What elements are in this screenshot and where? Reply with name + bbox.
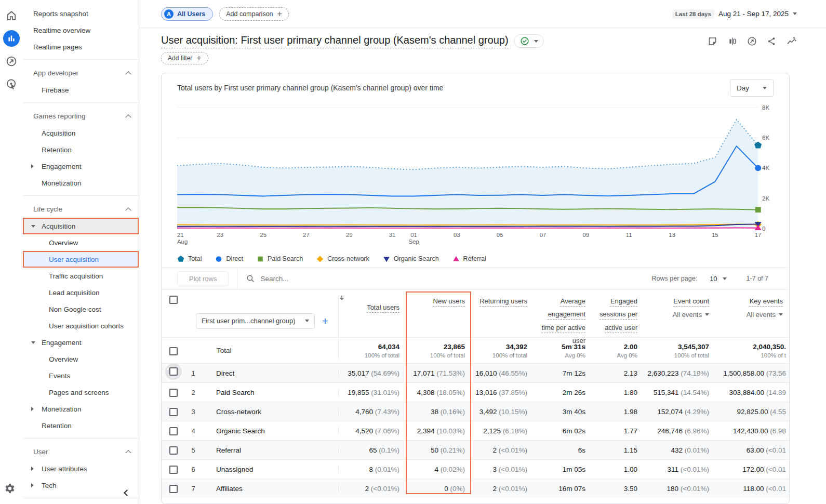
sidebar-item-user-acquisition[interactable]: User acquisition — [23, 251, 139, 268]
legend-square-icon — [257, 255, 264, 262]
chevron-down-icon — [534, 40, 538, 43]
svg-text:05: 05 — [497, 232, 503, 238]
search-input[interactable] — [260, 275, 416, 283]
sidebar-item-user-attributes[interactable]: User attributes — [23, 460, 139, 477]
sidebar-item-lead-acquisition[interactable]: Lead acquisition — [23, 284, 139, 301]
legend-item-paid-search[interactable]: Paid Search — [257, 255, 303, 262]
sidebar-item-traffic-acquisition[interactable]: Traffic acquisition — [23, 268, 139, 284]
explore-icon[interactable] — [3, 53, 20, 70]
column-header-average-engagement-time-per-active-user[interactable]: Average engagement time per active user — [534, 295, 592, 347]
sidebar-item-reports-snapshot[interactable]: Reports snapshot — [23, 5, 139, 22]
row-checkbox[interactable] — [169, 466, 178, 474]
table-row-cross-network[interactable]: 3Cross-network4,760 (7.43%)38 (0.16%)3,4… — [162, 402, 789, 421]
sidebar-item-firebase[interactable]: Firebase — [23, 82, 139, 98]
column-header-key-events[interactable]: Key eventsAll events — [715, 295, 789, 347]
sidebar-item-user-acquisition-cohorts[interactable]: User acquisition cohorts — [23, 317, 139, 334]
sidebar-item-monetization[interactable]: Monetization — [23, 175, 139, 191]
legend-item-cross-network[interactable]: Cross-network — [316, 255, 369, 262]
advertising-icon[interactable] — [3, 76, 20, 92]
notes-icon[interactable] — [707, 36, 718, 47]
sidebar-item-retention[interactable]: Retention — [23, 417, 139, 434]
metric-cell: 1.80 — [592, 389, 644, 396]
column-header-event-count[interactable]: Event countAll events — [644, 295, 715, 347]
rows-per-page-select[interactable]: 10 — [710, 275, 717, 283]
sidebar-item-engagement[interactable]: Engagement — [23, 158, 139, 175]
sidebar-section-life-cycle[interactable]: Life cycle — [23, 200, 139, 218]
insights-icon[interactable] — [786, 36, 797, 47]
report-table: First user prim...channel group)+Total u… — [162, 289, 789, 498]
table-row-organic-search[interactable]: 4Organic Search4,520 (7.06%)2,394 (10.03… — [162, 421, 789, 440]
metric-cell: 1.15 — [592, 446, 644, 454]
column-header-engaged-sessions-per-active-user[interactable]: Engaged sessions per active user — [592, 295, 644, 347]
report-card: Total users by First user primary channe… — [161, 73, 790, 504]
sidebar-item-monetization[interactable]: Monetization — [23, 401, 139, 417]
page-title[interactable]: User acquisition: First user primary cha… — [161, 34, 509, 48]
row-checkbox[interactable] — [169, 485, 178, 493]
row-checkbox[interactable] — [169, 408, 178, 416]
sidebar-item-non-google-cost[interactable]: Non Google cost — [23, 301, 139, 317]
sidebar-section-app-developer[interactable]: App developer — [23, 64, 139, 82]
sidebar-section-games-reporting[interactable]: Games reporting — [23, 107, 139, 125]
plot-rows-button[interactable]: Plot rows — [177, 271, 229, 286]
sidebar-item-retention[interactable]: Retention — [23, 141, 139, 158]
legend-item-organic-search[interactable]: Organic Search — [383, 255, 439, 262]
explore-report-icon[interactable] — [747, 36, 757, 47]
metric-filter-6[interactable]: All events — [644, 311, 709, 319]
table-row-unassigned[interactable]: 6Unassigned8 (0.01%)4 (0.02%)3 (<0.01%)1… — [162, 459, 789, 479]
data-quality-button[interactable] — [514, 34, 544, 48]
sidebar-item-engagement[interactable]: Engagement — [23, 334, 139, 351]
row-checkbox[interactable] — [169, 446, 178, 455]
comparisons-icon[interactable] — [727, 36, 738, 47]
sidebar-item-realtime-overview[interactable]: Realtime overview — [23, 22, 139, 38]
add-comparison-button[interactable]: Add comparison + — [219, 7, 289, 21]
sidebar-item-events[interactable]: Events — [23, 367, 139, 384]
divider — [23, 195, 139, 196]
home-icon[interactable] — [3, 7, 20, 24]
add-dimension-button[interactable]: + — [322, 315, 328, 326]
legend-item-referral[interactable]: Referral — [452, 255, 486, 262]
legend-item-direct[interactable]: Direct — [215, 255, 243, 262]
select-all-checkbox[interactable] — [169, 296, 178, 304]
row-checkbox[interactable] — [169, 367, 178, 376]
row-checkbox[interactable] — [169, 389, 178, 397]
table-row-referral[interactable]: 5Referral65 (0.1%)50 (0.21%)2 (<0.01%)6s… — [162, 440, 789, 459]
divider — [23, 102, 139, 103]
dimension-dropdown[interactable]: First user prim...channel group) — [196, 313, 315, 329]
date-range-picker[interactable]: Last 28 days Aug 21 - Sep 17, 2025 — [672, 9, 797, 19]
sidebar-item-acquisition[interactable]: Acquisition — [23, 218, 139, 234]
sidebar-item-overview[interactable]: Overview — [23, 351, 139, 367]
svg-text:01: 01 — [410, 232, 417, 238]
sidebar-section-user[interactable]: User — [23, 443, 139, 460]
row-checkbox[interactable] — [169, 427, 178, 435]
sidebar-item-pages-and-screens[interactable]: Pages and screens — [23, 384, 139, 401]
metric-cell: 3.50 — [592, 485, 644, 493]
reports-icon[interactable] — [3, 30, 20, 47]
table-row-affiliates[interactable]: 7Affiliates2 (<0.01%)0 (0%)2 (<0.01%)16m… — [162, 479, 789, 498]
share-icon[interactable] — [766, 36, 777, 47]
report-nav-sidebar: Reports snapshotRealtime overviewRealtim… — [23, 0, 139, 504]
chevron-down-icon[interactable] — [723, 277, 727, 280]
column-header-returning-users[interactable]: Returning users — [471, 295, 534, 347]
totals-cell: 2.00Avg 0% — [592, 343, 644, 359]
table-row-direct[interactable]: 1Direct35,017 (54.69%)17,071 (71.53%)16,… — [162, 363, 789, 382]
sidebar-item-realtime-pages[interactable]: Realtime pages — [23, 38, 139, 55]
sidebar-item-tech[interactable]: Tech — [23, 477, 139, 494]
totals-checkbox[interactable] — [169, 347, 178, 355]
date-preset-badge: Last 28 days — [672, 9, 714, 19]
add-filter-button[interactable]: Add filter + — [161, 52, 208, 64]
sidebar-item-acquisition[interactable]: Acquisition — [23, 125, 139, 141]
metric-filter-7[interactable]: All events — [715, 311, 783, 319]
metric-cell: 303,884.00 (14.89 — [715, 389, 789, 396]
metric-cell: 311 (<0.01%) — [644, 466, 715, 473]
collapse-sidebar-button[interactable] — [125, 489, 129, 497]
granularity-dropdown[interactable]: Day — [730, 79, 774, 97]
column-header-total-users[interactable]: Total users — [338, 295, 406, 347]
column-header-new-users[interactable]: New users — [406, 295, 471, 347]
sidebar-item-overview[interactable]: Overview — [23, 234, 139, 251]
metric-cell: 63.00 (<0.01 — [715, 446, 789, 454]
report-actions — [707, 36, 797, 47]
table-row-paid-search[interactable]: 2Paid Search19,855 (31.01%)4,308 (18.05%… — [162, 382, 789, 402]
legend-item-total[interactable]: Total — [177, 255, 202, 262]
all-users-segment-pill[interactable]: A All Users — [161, 7, 213, 21]
settings-gear-icon[interactable] — [3, 482, 16, 495]
